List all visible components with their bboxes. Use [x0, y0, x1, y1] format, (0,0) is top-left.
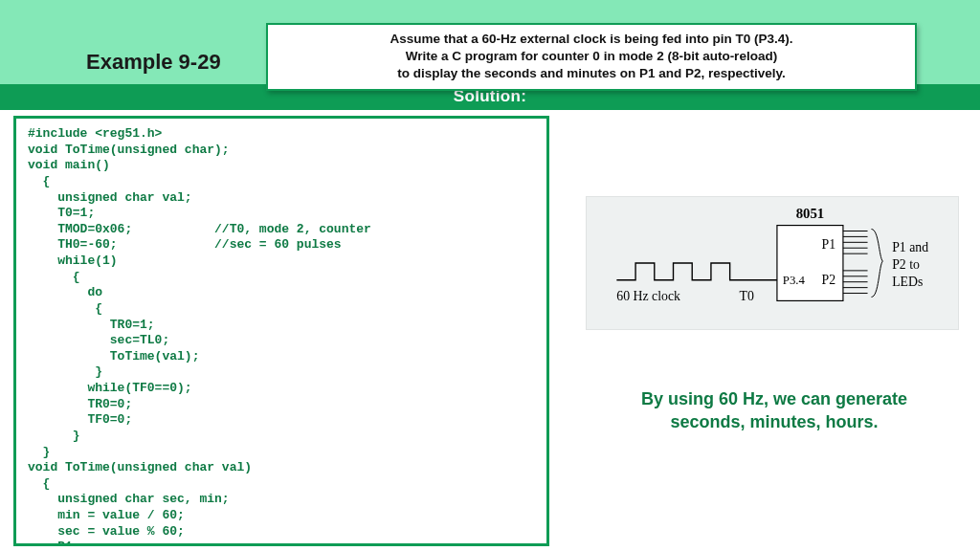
- p1-label: P1: [821, 237, 835, 252]
- right-column: 8051 P1 P2 P3.4 60 Hz clock T0: [549, 110, 980, 550]
- example-title: Example 9-29: [86, 50, 221, 75]
- problem-line-2: Write a C program for counter 0 in mode …: [279, 48, 903, 65]
- header-band: Example 9-29 Assume that a 60-Hz externa…: [0, 0, 980, 84]
- main-area: #include <reg51.h> void ToTime(unsigned …: [0, 110, 980, 550]
- leds-l1: P1 and: [892, 240, 928, 254]
- leds-l2: P2 to: [892, 257, 920, 272]
- problem-line-1: Assume that a 60-Hz external clock is be…: [279, 31, 903, 48]
- p34-label: P3.4: [783, 274, 806, 287]
- bottom-note: By using 60 Hz, we can generate seconds,…: [607, 387, 942, 434]
- block-diagram: 8051 P1 P2 P3.4 60 Hz clock T0: [586, 196, 959, 330]
- leds-l3: LEDs: [892, 275, 923, 289]
- clock-label: 60 Hz clock: [616, 289, 680, 303]
- t0-label: T0: [740, 289, 754, 303]
- chip-label: 8051: [796, 206, 825, 221]
- p2-label: P2: [821, 273, 835, 287]
- problem-statement: Assume that a 60-Hz external clock is be…: [266, 23, 917, 91]
- problem-line-3: to display the seconds and minutes on P1…: [279, 65, 903, 82]
- code-listing: #include <reg51.h> void ToTime(unsigned …: [13, 116, 549, 546]
